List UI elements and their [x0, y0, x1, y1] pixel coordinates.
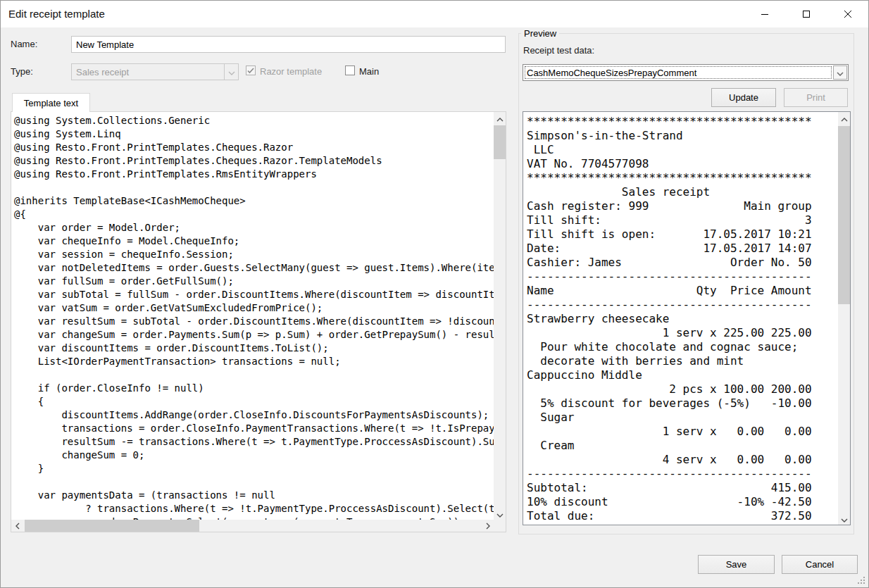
edit-receipt-template-window: Edit receipt template Name: Type: Sales …	[0, 0, 869, 588]
maximize-icon	[802, 10, 811, 18]
editor-vertical-scrollbar[interactable]	[494, 112, 506, 520]
save-button-label: Save	[726, 559, 747, 570]
receipt-preview-box[interactable]: ****************************************…	[523, 111, 851, 525]
editor-vscroll-thumb[interactable]	[494, 125, 506, 159]
tab-template-text[interactable]: Template text	[12, 93, 90, 112]
receipt-test-data-value: CashMemoChequeSizesPrepayComment	[527, 68, 696, 78]
chevron-down-icon	[228, 65, 235, 78]
scroll-up-button[interactable]	[838, 112, 850, 124]
receipt-test-data-label: Receipt test data:	[523, 45, 594, 56]
type-combobox-dropdown-button[interactable]	[224, 64, 238, 80]
name-input[interactable]	[71, 36, 506, 53]
receipt-test-data-dropdown-button[interactable]	[833, 65, 847, 80]
tab-template-text-label: Template text	[24, 98, 78, 108]
maximize-button[interactable]	[790, 1, 823, 27]
scroll-down-button[interactable]	[838, 513, 850, 525]
preview-vscroll-thumb[interactable]	[838, 126, 850, 304]
update-button[interactable]: Update	[711, 88, 776, 107]
razor-template-checkbox[interactable]	[246, 65, 256, 75]
template-code-editor[interactable]: @using System.Collections.Generic@using …	[11, 111, 506, 532]
scroll-right-button[interactable]	[482, 520, 494, 532]
scroll-down-button[interactable]	[494, 508, 506, 520]
close-button[interactable]	[832, 1, 864, 27]
scroll-left-button[interactable]	[11, 520, 23, 532]
type-label: Type:	[11, 66, 33, 77]
chevron-up-icon	[841, 112, 848, 125]
chevron-right-icon	[486, 520, 490, 532]
editor-horizontal-scrollbar[interactable]	[11, 520, 494, 532]
cancel-button-label: Cancel	[806, 559, 834, 570]
print-button[interactable]: Print	[784, 88, 848, 107]
save-button[interactable]: Save	[698, 555, 775, 574]
chevron-down-icon	[496, 508, 504, 520]
minimize-button[interactable]	[749, 1, 781, 27]
close-icon	[844, 10, 852, 18]
type-combobox[interactable]: Sales receipt	[71, 63, 239, 80]
type-combobox-value: Sales receipt	[76, 67, 129, 77]
main-checkbox[interactable]	[345, 65, 355, 75]
name-label: Name:	[11, 39, 37, 49]
main-label: Main	[359, 66, 379, 77]
resize-grip[interactable]	[858, 577, 865, 584]
chevron-left-icon	[15, 520, 20, 532]
receipt-preview-text[interactable]: ****************************************…	[523, 112, 838, 525]
editor-hscroll-thumb[interactable]	[25, 520, 199, 532]
update-button-label: Update	[729, 92, 758, 103]
titlebar: Edit receipt template	[1, 1, 868, 27]
preview-vertical-scrollbar[interactable]	[838, 112, 850, 525]
minimize-icon	[761, 10, 769, 18]
scrollbar-corner	[494, 520, 506, 532]
print-button-label: Print	[806, 92, 825, 103]
scroll-up-button[interactable]	[494, 112, 506, 124]
chevron-down-icon	[841, 513, 848, 525]
razor-template-label: Razor template	[260, 66, 322, 77]
preview-group-legend: Preview	[521, 28, 559, 39]
check-icon	[247, 64, 254, 77]
cancel-button[interactable]: Cancel	[782, 555, 858, 574]
receipt-test-data-combobox[interactable]: CashMemoChequeSizesPrepayComment	[523, 64, 849, 81]
chevron-up-icon	[496, 112, 504, 125]
template-code-text[interactable]: @using System.Collections.Generic@using …	[11, 112, 494, 520]
chevron-down-icon	[837, 66, 844, 79]
window-title: Edit receipt template	[8, 8, 105, 20]
